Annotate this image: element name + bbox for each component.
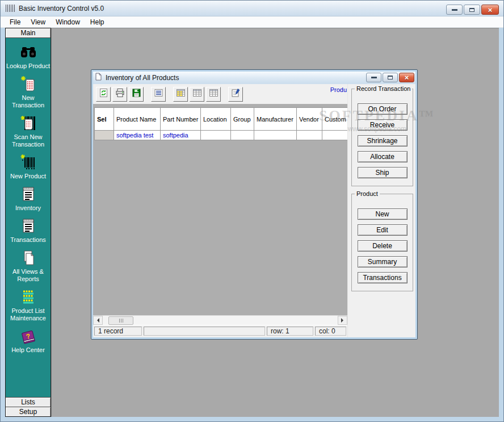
summary-button[interactable]: Summary (358, 256, 408, 268)
col-header-customer[interactable]: Custom (322, 107, 347, 131)
print-icon (115, 88, 125, 100)
scroll-left-button[interactable] (93, 316, 103, 325)
child-minimize-button[interactable] (366, 73, 381, 82)
refresh-icon (99, 88, 108, 100)
transactions-button[interactable]: Transactions (358, 272, 408, 283)
cell-manufacturer[interactable] (254, 131, 297, 140)
shrinkage-button[interactable]: Shrinkage (358, 135, 408, 147)
edit-product-button[interactable]: Edit (358, 224, 408, 236)
status-message (144, 327, 265, 336)
grid-header-row: Sel Product Name Part Number Location Gr… (94, 107, 347, 131)
cell-product-name[interactable]: softpedia test (114, 131, 161, 140)
grid-button[interactable] (190, 87, 204, 102)
striped-list-icon (19, 288, 37, 306)
row-selector-cell[interactable] (94, 131, 114, 140)
delete-product-button[interactable]: Delete (358, 240, 408, 252)
cell-customer[interactable] (322, 131, 347, 140)
col-header-vendor[interactable]: Vendor (297, 107, 322, 131)
grid-icon (192, 88, 202, 100)
list-view-button[interactable] (151, 87, 166, 102)
sidebar-item-label: New Product (10, 173, 46, 180)
print-button[interactable] (112, 87, 127, 102)
col-header-product-name[interactable]: Product Name (114, 107, 161, 131)
sidebar-item-transactions[interactable]: Transactions (6, 217, 51, 244)
status-col: col: 0 (315, 327, 346, 336)
action-panel: Record Transaction On Order Receive Shri… (347, 84, 415, 337)
sidebar-item-label: Help Center (11, 346, 45, 354)
maximize-button[interactable] (464, 5, 480, 15)
maximize-icon (469, 8, 474, 12)
grid-alt-button[interactable] (206, 87, 221, 102)
sidebar-item-new-transaction[interactable]: New Transaction (6, 75, 51, 109)
child-toolbar: Produ (93, 84, 347, 104)
sidebar-item-label: All Views & Reports (12, 268, 44, 283)
menu-window[interactable]: Window (51, 17, 85, 27)
refresh-button[interactable] (96, 87, 111, 102)
sidebar-item-new-product[interactable]: New Product (6, 153, 51, 180)
sidebar-tab-main[interactable]: Main (6, 28, 51, 38)
sidebar-item-lookup-product[interactable]: Lookup Product (6, 43, 51, 70)
products-link[interactable]: Produ (330, 86, 347, 93)
menu-view[interactable]: View (26, 17, 51, 27)
sidebar-item-product-list-maintenance[interactable]: Product List Maintenance (6, 288, 51, 322)
sidebar-item-label: Lookup Product (6, 62, 50, 70)
receipt-new-icon (19, 75, 37, 93)
ship-button[interactable]: Ship (358, 167, 408, 178)
notepad-icon (19, 217, 37, 235)
col-header-group[interactable]: Group (231, 107, 254, 131)
grid-alt-icon (209, 88, 219, 100)
cell-part-number[interactable]: softpedia (161, 131, 201, 140)
save-button[interactable] (129, 87, 144, 102)
cell-vendor[interactable] (297, 131, 322, 140)
sidebar-items: Lookup Product New Transaction Scan New … (6, 38, 51, 397)
cell-location[interactable] (201, 131, 231, 140)
sidebar-item-scan-new-transaction[interactable]: Scan New Transaction (6, 114, 51, 148)
col-header-manufacturer[interactable]: Manufacturer (254, 107, 297, 131)
help-book-icon: ? (19, 327, 37, 345)
app-titlebar[interactable]: Basic Inventory Control v5.0 × (1, 1, 503, 16)
barcode-app-icon (6, 5, 15, 12)
inventory-child-window: Inventory of All Products × (91, 69, 418, 340)
new-product-button[interactable]: New (358, 208, 408, 220)
list-view-icon (154, 88, 163, 100)
close-icon: × (488, 6, 493, 14)
scroll-right-button[interactable] (338, 316, 347, 325)
barcode-icon (19, 153, 37, 172)
sidebar-tab-setup[interactable]: Setup (6, 407, 51, 416)
child-titlebar[interactable]: Inventory of All Products × (93, 72, 415, 84)
receipt-scan-icon (19, 114, 37, 132)
sidebar-item-label: Scan New Transaction (12, 133, 44, 148)
child-maximize-button[interactable] (383, 73, 398, 82)
sidebar-item-all-views-reports[interactable]: All Views & Reports (6, 249, 51, 283)
properties-button[interactable] (228, 87, 243, 102)
app-title: Basic Inventory Control v5.0 (19, 5, 104, 12)
allocate-button[interactable]: Allocate (358, 151, 408, 162)
notepad-icon (19, 185, 37, 203)
documents-icon (19, 249, 37, 267)
sidebar-tab-lists[interactable]: Lists (6, 397, 51, 407)
cell-group[interactable] (231, 131, 254, 140)
grid-highlight-button[interactable] (173, 87, 188, 102)
table-row[interactable]: softpedia test softpedia (94, 131, 347, 140)
menu-help[interactable]: Help (85, 17, 110, 27)
sidebar-item-label: Transactions (10, 236, 46, 244)
col-header-sel[interactable]: Sel (94, 107, 114, 131)
group-title: Record Transaction (355, 85, 412, 92)
receive-button[interactable]: Receive (358, 119, 408, 131)
app-window: Basic Inventory Control v5.0 × File View… (0, 0, 504, 422)
col-header-part-number[interactable]: Part Number (161, 107, 201, 131)
sidebar-item-help-center[interactable]: ? Help Center (6, 327, 51, 354)
sidebar-item-label: New Transaction (12, 94, 44, 109)
group-title: Product (355, 190, 380, 197)
minimize-button[interactable] (446, 5, 463, 15)
child-close-button[interactable]: × (399, 73, 414, 82)
scrollbar-thumb[interactable] (108, 316, 133, 325)
col-header-location[interactable]: Location (201, 107, 231, 131)
menu-bar: File View Window Help (1, 16, 503, 28)
menu-file[interactable]: File (5, 17, 26, 27)
save-icon (132, 88, 141, 100)
sidebar-item-inventory[interactable]: Inventory (6, 185, 51, 212)
horizontal-scrollbar[interactable] (93, 315, 347, 325)
on-order-button[interactable]: On Order (358, 103, 408, 115)
close-button[interactable]: × (481, 5, 499, 15)
